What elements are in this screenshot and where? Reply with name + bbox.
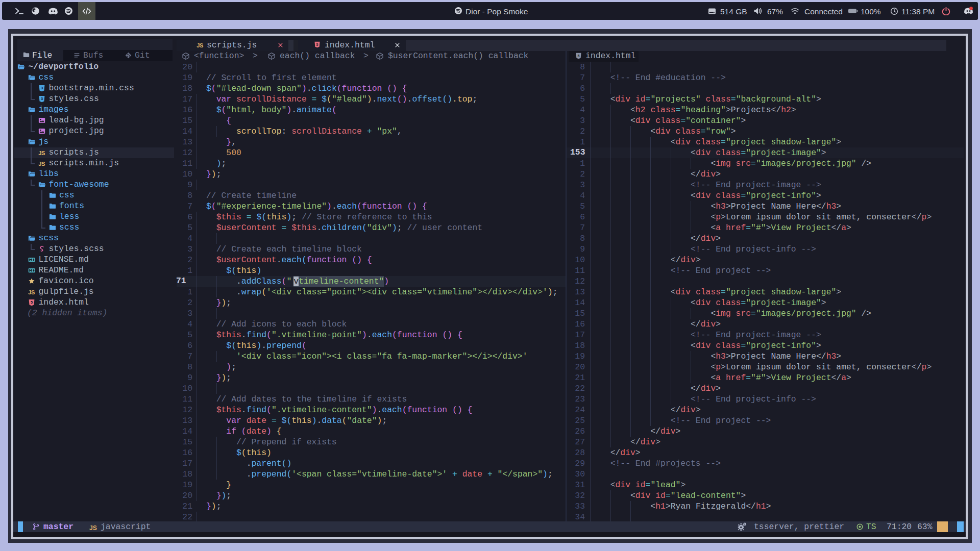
svg-text:JS: JS xyxy=(28,289,35,295)
svg-text:JS: JS xyxy=(38,160,45,166)
svg-text:3: 3 xyxy=(41,96,43,101)
svg-text:JS: JS xyxy=(89,524,97,532)
svg-text:5: 5 xyxy=(316,43,318,46)
svg-text:JS: JS xyxy=(38,149,45,156)
svg-text:3: 3 xyxy=(41,86,43,90)
svg-text:5: 5 xyxy=(30,300,32,305)
svg-text:5: 5 xyxy=(578,54,580,57)
svg-text:JS: JS xyxy=(197,42,203,48)
